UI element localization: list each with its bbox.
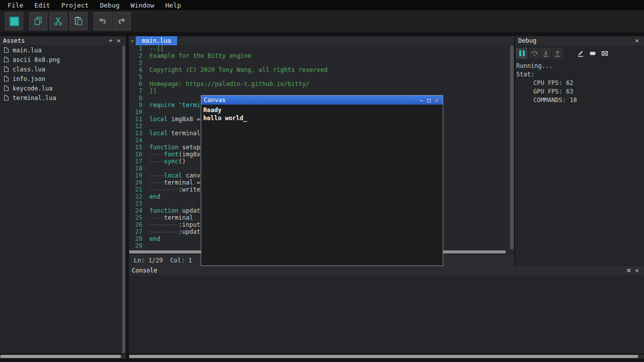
redo-button[interactable] — [113, 12, 131, 30]
menu-item-file[interactable]: File — [2, 2, 29, 9]
asset-item[interactable]: info.json — [0, 74, 126, 83]
stop-button[interactable] — [5, 12, 23, 30]
line-number: 12 — [129, 123, 142, 130]
minimize-icon[interactable]: — — [418, 97, 425, 104]
code-text: function updat — [142, 207, 200, 214]
debug-stats: CPU FPS: 62GPU FPS: 63COMMANDS: 18 — [515, 79, 644, 105]
console-panel: Console ≡ × — [129, 266, 644, 353]
line-number: 17 — [129, 158, 142, 165]
pencil-icon — [577, 49, 585, 57]
paste-icon — [73, 16, 84, 26]
code-text: ————sync() — [142, 158, 186, 165]
asset-item[interactable]: class.lua — [0, 64, 126, 74]
stat-value: 18 — [570, 97, 577, 104]
code-line[interactable]: 6Homepage: https://paladin-t.github.io/b… — [129, 80, 510, 87]
close-assets-icon[interactable]: × — [115, 37, 123, 45]
close-console-icon[interactable]: × — [633, 266, 641, 275]
code-text: ————————:input — [142, 221, 200, 228]
line-number: 8 — [129, 95, 142, 102]
console-header: Console ≡ × — [129, 266, 644, 275]
menu-item-edit[interactable]: Edit — [29, 2, 55, 9]
code-text: function setup — [142, 144, 200, 151]
canvas-window[interactable]: Canvas — □ × Ready hello world_ — [201, 95, 443, 266]
line-number: 18 — [129, 165, 142, 172]
enable-breakpoints-button[interactable] — [588, 48, 598, 58]
editor-tabbar: ▾ main.lua — [129, 36, 514, 45]
console-options-icon[interactable]: ≡ — [625, 266, 633, 275]
toggle-breakpoint-button[interactable] — [576, 48, 586, 58]
code-text — [142, 200, 149, 207]
code-line[interactable]: 7]] — [129, 87, 510, 95]
stat-value: 63 — [566, 88, 573, 95]
code-text: Copyright (C) 2020 Tony Wang, all rights… — [142, 66, 328, 73]
step-out-button[interactable] — [552, 48, 562, 58]
tab-main-lua[interactable]: main.lua — [136, 36, 177, 45]
file-icon — [4, 47, 9, 53]
menu-item-project[interactable]: Project — [56, 2, 95, 9]
debug-stat: COMMANDS: 18 — [515, 96, 644, 105]
code-line[interactable]: 1--[[ — [129, 45, 510, 52]
step-into-button[interactable] — [541, 48, 551, 58]
cut-button[interactable] — [49, 12, 67, 30]
line-number: 10 — [129, 109, 142, 116]
debug-stat-label: Stat: — [515, 70, 644, 79]
asset-item[interactable]: ascii 8x8.png — [0, 55, 126, 64]
code-text: ————————:write — [142, 186, 200, 193]
undo-icon — [98, 16, 108, 26]
paste-button[interactable] — [69, 12, 88, 30]
asset-name: main.lua — [13, 47, 42, 54]
code-text — [142, 123, 149, 130]
scroll-thumb[interactable] — [129, 355, 638, 358]
tab-list-caret-icon[interactable]: ▾ — [129, 36, 136, 45]
pause-button[interactable] — [516, 48, 527, 59]
file-icon — [4, 76, 9, 81]
close-canvas-icon[interactable]: × — [433, 97, 440, 104]
undo-button[interactable] — [94, 12, 112, 30]
asset-item[interactable]: main.lua — [0, 45, 126, 55]
canvas-output: Ready hello world_ — [201, 105, 443, 124]
code-text — [142, 137, 149, 144]
code-text — [142, 95, 149, 102]
canvas-titlebar[interactable]: Canvas — □ × — [201, 96, 443, 105]
console-title: Console — [132, 267, 157, 274]
line-number: 19 — [129, 172, 142, 179]
debug-toolbar — [515, 45, 644, 60]
stat-label: COMMANDS: — [533, 97, 570, 104]
editor-vertical-scrollbar[interactable] — [510, 45, 514, 250]
scroll-thumb[interactable] — [122, 46, 125, 353]
code-line[interactable]: 2Example for the Bitty engine — [129, 52, 510, 59]
line-number: 6 — [129, 80, 142, 87]
asset-item[interactable]: terminal.lua — [0, 93, 126, 103]
asset-list: main.luaascii 8x8.pngclass.luainfo.jsonk… — [0, 45, 126, 103]
code-text: ————terminal — [142, 214, 193, 221]
file-icon — [4, 66, 9, 72]
add-asset-icon[interactable]: + — [107, 37, 115, 45]
code-text: Homepage: https://paladin-t.github.io/bi… — [142, 80, 309, 87]
menu-item-help[interactable]: Help — [160, 2, 187, 9]
menu-item-window[interactable]: Window — [125, 2, 160, 9]
code-line[interactable]: 3 — [129, 59, 510, 66]
scroll-thumb[interactable] — [1, 355, 121, 358]
code-text: ————terminal = — [142, 179, 200, 186]
code-line[interactable]: 5 — [129, 73, 510, 80]
step-over-button[interactable] — [529, 48, 539, 58]
copy-button[interactable] — [29, 12, 47, 30]
stat-label: CPU FPS: — [533, 79, 566, 86]
line-number: 29 — [129, 242, 142, 249]
scroll-thumb[interactable] — [510, 46, 514, 249]
code-text: local terminal — [142, 130, 200, 137]
clear-breakpoints-button[interactable] — [600, 48, 610, 58]
close-debug-icon[interactable]: × — [633, 37, 641, 45]
assets-header: Assets + × — [0, 36, 126, 45]
maximize-icon[interactable]: □ — [425, 97, 433, 104]
code-line[interactable]: 4Copyright (C) 2020 Tony Wang, all right… — [129, 66, 510, 73]
code-text — [142, 73, 149, 80]
line-number: 13 — [129, 130, 142, 137]
line-number: 21 — [129, 186, 142, 193]
assets-vertical-scrollbar[interactable] — [122, 45, 126, 353]
menu-item-debug[interactable]: Debug — [94, 2, 125, 9]
assets-horizontal-scrollbar[interactable] — [0, 354, 126, 358]
cut-icon — [53, 16, 63, 26]
console-horizontal-scrollbar[interactable] — [129, 354, 644, 358]
asset-item[interactable]: keycode.lua — [0, 83, 126, 93]
